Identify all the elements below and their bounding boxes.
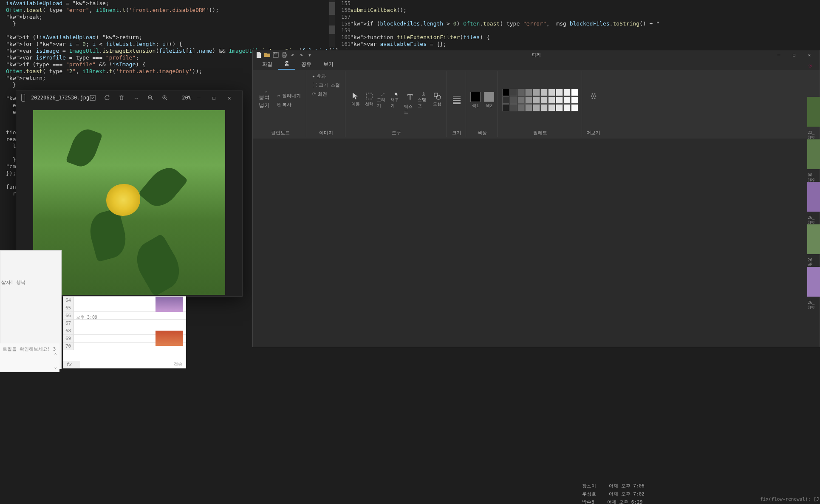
thumbnail[interactable] — [807, 224, 820, 254]
code-line[interactable]: "kw">if (blockedFiles.length > 0) Often.… — [344, 20, 820, 27]
palette-color[interactable] — [556, 104, 563, 111]
maximize-button[interactable]: ☐ — [786, 50, 802, 59]
palette-color[interactable] — [525, 89, 532, 96]
move-tool[interactable]: 이동 — [350, 92, 362, 109]
code-line[interactable] — [344, 0, 820, 7]
menu-home[interactable]: 홈 — [278, 58, 295, 70]
send-label[interactable]: 전송 — [174, 361, 182, 367]
minimize-button[interactable]: ─ — [771, 50, 786, 59]
palette-color[interactable] — [510, 104, 517, 111]
palette-color[interactable] — [533, 96, 540, 104]
text-tool[interactable]: T텍스트 — [404, 92, 416, 109]
code-line[interactable]: "kw">function fileExtensionFilter(files)… — [344, 34, 820, 41]
color1-label: 색1 — [472, 103, 479, 109]
chevron-down-icon[interactable]: ⌄ — [3, 364, 57, 370]
palette-color[interactable] — [510, 89, 517, 96]
thumbnail[interactable] — [807, 139, 820, 169]
palette-color[interactable] — [540, 89, 548, 96]
minimize-button[interactable]: ─ — [191, 91, 206, 105]
resize-button[interactable]: ⛶ 크기 조절 — [311, 81, 342, 89]
edit-icon[interactable] — [89, 94, 96, 101]
palette-color[interactable] — [548, 89, 555, 96]
palette-color[interactable] — [540, 96, 548, 104]
palette-color[interactable] — [517, 96, 525, 104]
select-tool[interactable]: 선택 — [363, 92, 375, 109]
group-colors: 색1 색2 색상 — [467, 71, 498, 137]
palette-color[interactable] — [540, 104, 548, 111]
paint-app-title: 픽픽 — [532, 52, 541, 58]
code-line[interactable] — [344, 14, 820, 20]
qat-dropdown-icon[interactable]: ▾ — [306, 51, 313, 58]
code-line[interactable]: "kw">var availableFiles = {}; — [344, 41, 820, 48]
group-more-label: 더보기 — [586, 128, 600, 136]
maximize-button[interactable]: ☐ — [206, 91, 222, 105]
palette-color[interactable] — [517, 104, 525, 111]
table-row[interactable]: 67 — [63, 320, 186, 327]
palette-color[interactable] — [571, 96, 578, 104]
fx-label[interactable]: fx — [63, 361, 80, 368]
code-line[interactable]: submitCallback(); — [344, 7, 820, 14]
color1-swatch[interactable] — [470, 92, 481, 102]
rotate-button[interactable]: ⟳ 회전 — [311, 90, 329, 98]
menu-file[interactable]: 파일 — [256, 59, 278, 70]
palette-color[interactable] — [533, 104, 540, 111]
palette-color[interactable] — [502, 96, 509, 104]
palette-color[interactable] — [563, 96, 571, 104]
palette-color[interactable] — [571, 104, 578, 111]
zoom-out-icon[interactable] — [147, 94, 154, 101]
palette-color[interactable] — [563, 104, 571, 111]
palette-color[interactable] — [517, 89, 525, 96]
new-file-icon[interactable] — [255, 51, 262, 58]
zoom-in-icon[interactable] — [161, 94, 168, 101]
effects-button[interactable]: ✦ 효과 — [311, 72, 328, 80]
stamp-tool[interactable]: 스탬프 — [418, 92, 430, 109]
line-weight-picker[interactable] — [451, 94, 462, 106]
undo-icon[interactable]: ↶ — [289, 51, 296, 58]
save-icon[interactable] — [272, 51, 279, 58]
favorite-icon[interactable]: ♡ — [809, 63, 816, 70]
fill-tool[interactable]: 채우기 — [390, 92, 402, 109]
shape-tool[interactable]: 도형 — [431, 92, 443, 109]
palette-color[interactable] — [556, 96, 563, 104]
palette-color[interactable] — [525, 96, 532, 104]
palette-color[interactable] — [525, 104, 532, 111]
palette-color[interactable] — [502, 89, 509, 96]
print-icon[interactable] — [281, 51, 288, 58]
more-button[interactable] — [588, 92, 599, 109]
redo-icon[interactable]: ↷ — [298, 51, 305, 58]
close-button[interactable]: ✕ — [802, 50, 817, 59]
draw-tool[interactable]: 그리기 — [377, 92, 389, 109]
palette-color[interactable] — [571, 89, 578, 96]
paint-canvas[interactable] — [253, 139, 820, 347]
rotate-icon[interactable] — [104, 94, 110, 101]
copy-button[interactable]: ⎘ 복사 — [276, 101, 303, 109]
thumbnail[interactable] — [807, 267, 820, 297]
photo-viewer-titlebar[interactable]: 20220626_172530.jpg ⋯ 20% ─ ☐ ✕ — [16, 91, 242, 105]
close-button[interactable]: ✕ — [222, 91, 237, 105]
palette-color[interactable] — [548, 104, 555, 111]
thumbnail[interactable] — [807, 97, 820, 127]
paste-button[interactable]: 붙여넣기 — [259, 91, 274, 109]
palette-color[interactable] — [563, 89, 571, 96]
menu-share[interactable]: 공유 — [295, 59, 317, 70]
palette-color[interactable] — [533, 89, 540, 96]
palette-color[interactable] — [502, 104, 509, 111]
svg-point-13 — [436, 95, 441, 99]
open-file-icon[interactable] — [264, 51, 271, 58]
menu-view[interactable]: 보기 — [317, 59, 339, 70]
code-line[interactable] — [344, 27, 820, 34]
thumbnail[interactable] — [807, 182, 820, 212]
chevron-up-icon[interactable]: ⌃ — [54, 352, 57, 358]
more-icon[interactable]: ⋯ — [133, 94, 139, 101]
group-colors-label: 색상 — [478, 128, 487, 136]
photo-image[interactable] — [33, 110, 225, 295]
palette-color[interactable] — [548, 96, 555, 104]
color2-swatch[interactable] — [484, 92, 494, 102]
delete-icon[interactable] — [118, 94, 125, 101]
svg-rect-3 — [273, 52, 278, 57]
palette-color[interactable] — [556, 89, 563, 96]
cut-button[interactable]: ✂ 잘라내기 — [276, 92, 303, 100]
paint-titlebar[interactable]: ↶ ↷ ▾ 픽픽 ─ ☐ ✕ — [253, 50, 820, 59]
palette-color[interactable] — [510, 96, 517, 104]
thumbnail-label: 08_ jpg — [807, 173, 820, 182]
